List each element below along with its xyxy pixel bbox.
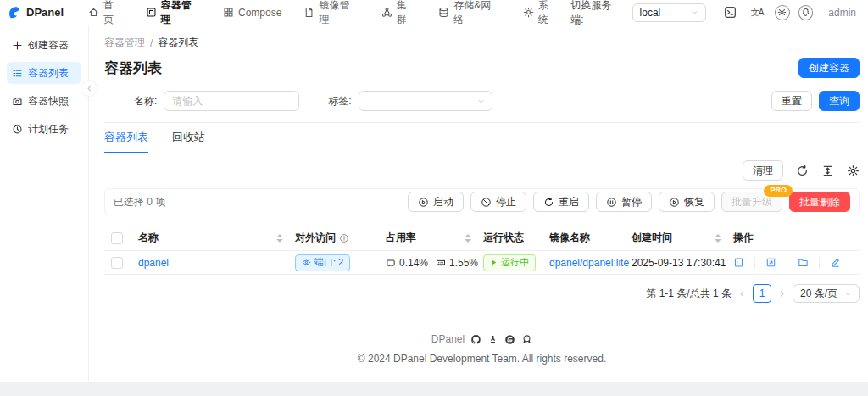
nav-item-home[interactable]: 首页: [79, 0, 133, 25]
column-header-created[interactable]: 创建时间: [632, 231, 733, 245]
tag-filter-select[interactable]: [359, 91, 492, 111]
image-name-link[interactable]: dpanel/dpanel:lite: [549, 257, 629, 269]
column-header-access: 对外访问: [295, 231, 386, 245]
divider: [754, 257, 755, 268]
reload-icon[interactable]: [796, 165, 809, 177]
row-actions: [733, 257, 860, 268]
nav-label: 存储&网络: [453, 0, 500, 27]
column-header-name[interactable]: 名称: [138, 231, 295, 245]
resume-button[interactable]: 恢复: [659, 192, 715, 212]
nav-label: 集群: [397, 0, 417, 27]
sidebar-item-create-container[interactable]: 创建容器: [7, 34, 81, 56]
restart-button[interactable]: 重启: [533, 192, 589, 212]
breadcrumb-parent[interactable]: 容器管理: [104, 36, 145, 50]
play-circle-icon: [669, 197, 680, 208]
name-filter-input[interactable]: [164, 91, 299, 111]
terminal-icon[interactable]: [765, 257, 776, 268]
next-page-icon[interactable]: [778, 290, 786, 298]
cpu-usage: 0.14%: [399, 257, 428, 269]
select-all-checkbox[interactable]: [111, 232, 123, 244]
column-settings-gear-icon[interactable]: [847, 165, 860, 177]
nav-item-system[interactable]: 系统: [514, 0, 568, 25]
docker-icon[interactable]: [487, 334, 498, 345]
edit-pencil-icon[interactable]: [830, 257, 841, 268]
memory-icon: [436, 258, 446, 268]
server-switch-label: 切换服务端:: [570, 0, 623, 27]
page-size-select[interactable]: 20 条/页: [793, 284, 860, 303]
nav-item-storage-network[interactable]: 存储&网络: [429, 0, 509, 25]
page-background-strip: [0, 382, 868, 396]
sidebar-item-label: 创建容器: [28, 38, 69, 53]
dpanel-logo[interactable]: DPanel: [7, 5, 64, 20]
search-button[interactable]: 查询: [819, 91, 860, 111]
storage-icon: [438, 7, 449, 18]
dpanel-logo-icon: [7, 5, 21, 20]
page-footer: DPanel © 2024 DPanel Development Team. A…: [104, 333, 860, 365]
notification-bell-icon[interactable]: [798, 5, 814, 20]
clean-button[interactable]: 清理: [743, 160, 783, 181]
create-container-button[interactable]: 创建容器: [798, 58, 860, 78]
cpu-icon: [386, 258, 396, 268]
nav-label: 容器管理: [161, 0, 201, 27]
start-button[interactable]: 启动: [408, 192, 464, 212]
reset-button[interactable]: 重置: [771, 91, 812, 111]
terminal-icon: [765, 257, 776, 268]
server-select-value: local: [640, 7, 661, 19]
info-circle-icon[interactable]: [339, 233, 349, 243]
nav-item-compose[interactable]: Compose: [214, 0, 291, 25]
translate-icon[interactable]: 文A: [748, 3, 766, 22]
nav-item-cluster[interactable]: 集群: [372, 0, 426, 25]
footer-brand: DPanel: [431, 333, 465, 345]
prev-page-icon[interactable]: [738, 290, 746, 298]
batch-delete-button[interactable]: 批量删除: [789, 192, 850, 212]
nav-item-containers[interactable]: 容器管理: [136, 0, 210, 25]
page-number-button[interactable]: 1: [753, 284, 771, 303]
port-tag[interactable]: 端口: 2: [295, 254, 350, 271]
table-header-row: 名称 对外访问 占用率 运行状态 镜像名称 创建时间: [104, 226, 860, 251]
folder-icon[interactable]: [798, 257, 809, 268]
folder-icon: [798, 257, 809, 268]
console-icon[interactable]: [721, 3, 740, 22]
column-header-image: 镜像名称: [549, 231, 632, 245]
plus-icon: [12, 40, 23, 51]
github-icon[interactable]: [470, 334, 481, 345]
stop-button[interactable]: 停止: [470, 192, 526, 212]
user-menu[interactable]: admin: [828, 7, 856, 19]
tab-recycle-bin[interactable]: 回收站: [172, 123, 205, 153]
tabs: 容器列表 回收站: [104, 123, 860, 153]
community-icon[interactable]: [521, 334, 532, 345]
table-row: dpanel 端口: 2 0.14% 1.55%: [104, 251, 860, 275]
container-name-link[interactable]: dpanel: [138, 257, 169, 269]
sidebar-item-label: 计划任务: [28, 122, 69, 137]
divider: [787, 257, 787, 268]
reload-icon: [543, 197, 554, 208]
sidebar-item-container-snapshot[interactable]: 容器快照: [7, 90, 81, 112]
list-icon: [12, 68, 23, 79]
sidebar-item-scheduled-tasks[interactable]: 计划任务: [7, 118, 81, 140]
row-height-icon[interactable]: [821, 165, 834, 177]
selected-count-text: 已选择 0 项: [114, 195, 165, 209]
column-header-ops: 操作: [733, 231, 860, 245]
chevron-down-icon: [477, 98, 485, 105]
name-filter-label: 名称:: [134, 94, 157, 109]
home-icon: [88, 7, 99, 18]
nav-item-images[interactable]: 镜像管理: [294, 0, 368, 25]
log-icon[interactable]: [733, 257, 744, 268]
copyright-text: © 2024 DPanel Development Team. All righ…: [104, 353, 860, 365]
breadcrumb-separator: /: [150, 37, 153, 49]
memory-usage: 1.55%: [449, 257, 478, 269]
row-checkbox[interactable]: [111, 257, 123, 269]
top-navbar: DPanel 首页 容器管理 Compose 镜像管理 集群 存储&网络 系统 …: [0, 0, 868, 25]
sorter-icon: [465, 234, 471, 243]
chevron-down-icon: [844, 290, 852, 298]
pause-button[interactable]: 暂停: [596, 192, 652, 212]
server-select[interactable]: local: [632, 3, 706, 22]
column-header-usage[interactable]: 占用率: [386, 231, 483, 245]
image-file-icon: [303, 7, 314, 18]
tab-container-list[interactable]: 容器列表: [104, 123, 148, 153]
gitee-icon[interactable]: [504, 334, 515, 345]
settings-gear-icon[interactable]: [775, 5, 790, 20]
sidebar-item-container-list[interactable]: 容器列表: [7, 62, 81, 84]
container-table: 名称 对外访问 占用率 运行状态 镜像名称 创建时间: [104, 226, 860, 275]
sidebar-collapse-toggle[interactable]: [81, 80, 97, 97]
